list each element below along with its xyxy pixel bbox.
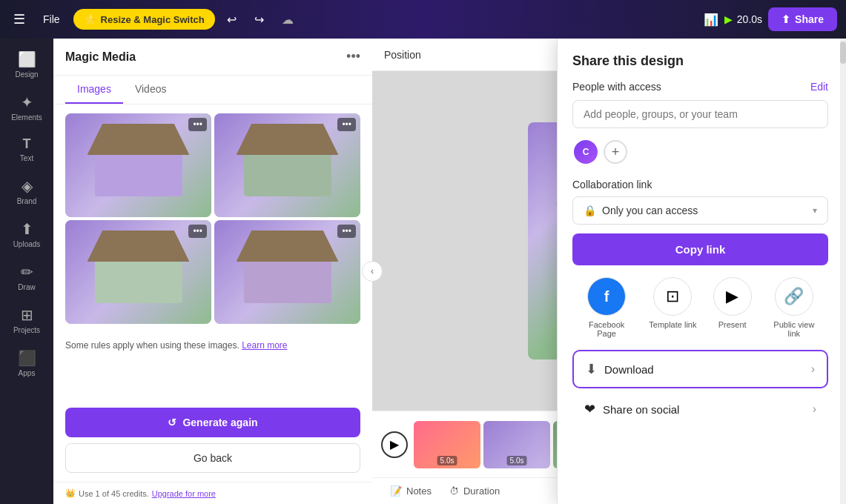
collab-select-inner: 🔒 Only you can access <box>584 205 698 216</box>
learn-more-link[interactable]: Learn more <box>242 340 287 351</box>
canvas-area: Position ▶ 5.0s 5.0s 5.0s <box>372 39 846 504</box>
cloud-save-icon: ☁ <box>276 8 300 31</box>
credits-text: Use 1 of 45 credits. <box>79 489 149 498</box>
topbar-right: 📊 ▶ 20.0s ⬆ Share <box>704 7 837 31</box>
present-button[interactable]: ▶ Present <box>713 277 752 329</box>
sidebar-item-brand[interactable]: ◈ Brand <box>3 171 50 211</box>
list-item[interactable]: ••• <box>214 220 360 324</box>
tab-videos[interactable]: Videos <box>123 76 179 104</box>
download-icon: ⬇ <box>586 361 597 377</box>
magic-switch-button[interactable]: ⭐ Resize & Magic Switch <box>73 9 215 30</box>
image-more-button[interactable]: ••• <box>188 225 207 238</box>
uploads-icon: ⬆ <box>21 220 33 238</box>
go-back-button[interactable]: Go back <box>65 443 360 473</box>
list-item[interactable]: ••• <box>214 113 360 217</box>
share-on-social-button[interactable]: ❤ Share on social › <box>572 391 828 427</box>
chevron-down-icon: ▾ <box>813 205 817 216</box>
list-item[interactable]: ••• <box>65 220 211 324</box>
scrollbar-thumb <box>840 42 846 64</box>
notes-label: Notes <box>406 485 432 497</box>
collapse-panel-button[interactable]: ‹ <box>362 261 383 282</box>
facebook-share-button[interactable]: f Facebook Page <box>581 277 632 338</box>
add-people-input[interactable] <box>572 100 828 128</box>
text-icon: T <box>23 136 31 152</box>
tab-images[interactable]: Images <box>65 76 123 104</box>
play-button[interactable]: ▶ 20.0s <box>724 13 762 25</box>
file-menu[interactable]: File <box>36 9 67 30</box>
share-avatars: C + <box>572 139 828 165</box>
undo-button[interactable]: ↩ <box>221 8 242 31</box>
present-label: Present <box>718 320 747 329</box>
lock-icon: 🔒 <box>584 205 596 216</box>
edit-access-button[interactable]: Edit <box>810 81 828 93</box>
sidebar-item-apps[interactable]: ⬛ Apps <box>3 343 50 383</box>
redo-button[interactable]: ↪ <box>248 8 270 31</box>
share-icons-row: f Facebook Page ⊡ Template link ▶ Presen… <box>572 277 828 338</box>
sidebar-item-label: Projects <box>13 326 40 334</box>
generate-again-button[interactable]: ↺ Generate again <box>65 408 360 437</box>
public-view-link-button[interactable]: 🔗 Public view link <box>768 277 820 338</box>
sidebar-item-draw[interactable]: ✏ Draw <box>3 257 50 297</box>
play-icon: ▶ <box>390 437 399 451</box>
sidebar-item-label: Design <box>15 70 38 79</box>
image-more-button[interactable]: ••• <box>188 118 207 131</box>
status-left: 📝 Notes ⏱ Duration <box>384 483 506 500</box>
duration-button[interactable]: ⏱ Duration <box>443 483 506 500</box>
template-link-button[interactable]: ⊡ Template link <box>649 277 696 329</box>
duration-label: Duration <box>463 485 500 497</box>
template-label: Template link <box>649 320 696 329</box>
clip-duration: 5.0s <box>507 456 527 465</box>
collab-link-select[interactable]: 🔒 Only you can access ▾ <box>572 196 828 225</box>
generate-icon: ↺ <box>168 417 176 428</box>
design-icon: ⬜ <box>18 50 36 68</box>
list-item[interactable]: ••• <box>65 113 211 217</box>
magic-icon: ⭐ <box>84 13 96 25</box>
social-label: Share on social <box>603 403 679 416</box>
list-item[interactable]: 5.0s <box>483 421 550 468</box>
share-access-row: People with access Edit <box>572 81 828 93</box>
copy-link-button[interactable]: Copy link <box>572 233 828 265</box>
brand-icon: ◈ <box>22 177 33 195</box>
image-grid: ••• ••• ••• ••• <box>53 105 372 333</box>
public-view-label: Public view link <box>768 320 820 338</box>
share-scrollbar[interactable] <box>840 39 846 504</box>
chevron-right-icon: › <box>813 402 816 416</box>
list-item[interactable]: 5.0s <box>414 421 480 468</box>
share-label: Share <box>795 13 824 25</box>
sidebar-item-label: Elements <box>11 113 42 122</box>
sidebar-item-design[interactable]: ⬜ Design <box>3 44 50 84</box>
analytics-icon[interactable]: 📊 <box>704 13 718 27</box>
panel-more-button[interactable]: ••• <box>346 49 360 64</box>
download-left: ⬇ Download <box>586 361 654 377</box>
collab-value: Only you can access <box>602 205 698 216</box>
timeline-play-button[interactable]: ▶ <box>381 431 408 458</box>
chevron-left-icon: ‹ <box>371 266 374 276</box>
share-button[interactable]: ⬆ Share <box>768 7 837 31</box>
left-sidebar: ⬜ Design ✦ Elements T Text ◈ Brand ⬆ Upl… <box>0 39 53 504</box>
sidebar-item-text[interactable]: T Text <box>3 130 50 168</box>
play-icon: ▶ <box>724 13 733 25</box>
main-area: ⬜ Design ✦ Elements T Text ◈ Brand ⬆ Upl… <box>0 39 846 504</box>
sidebar-item-uploads[interactable]: ⬆ Uploads <box>3 214 50 254</box>
apps-icon: ⬛ <box>18 349 36 367</box>
sidebar-item-elements[interactable]: ✦ Elements <box>3 87 50 127</box>
topbar: ☰ File ⭐ Resize & Magic Switch ↩ ↪ ☁ 📊 ▶… <box>0 0 846 39</box>
chevron-right-icon: › <box>811 362 815 376</box>
notes-button[interactable]: 📝 Notes <box>384 483 437 500</box>
hamburger-icon[interactable]: ☰ <box>9 7 30 32</box>
magic-switch-label: Resize & Magic Switch <box>101 14 205 25</box>
share-panel: Share this design People with access Edi… <box>557 39 846 504</box>
download-button[interactable]: ⬇ Download › <box>572 350 828 388</box>
sidebar-item-projects[interactable]: ⊞ Projects <box>3 300 50 340</box>
collab-label: Collaboration link <box>572 179 828 190</box>
upgrade-link[interactable]: Upgrade for more <box>152 489 216 498</box>
image-more-button[interactable]: ••• <box>337 118 356 131</box>
elements-icon: ✦ <box>21 93 33 111</box>
sidebar-item-label: Uploads <box>13 240 41 248</box>
add-collaborator-button[interactable]: + <box>604 140 627 164</box>
image-more-button[interactable]: ••• <box>337 225 356 238</box>
draw-icon: ✏ <box>21 263 33 281</box>
sidebar-item-label: Text <box>20 154 33 162</box>
projects-icon: ⊞ <box>21 306 33 324</box>
notes-icon: 📝 <box>390 485 402 497</box>
